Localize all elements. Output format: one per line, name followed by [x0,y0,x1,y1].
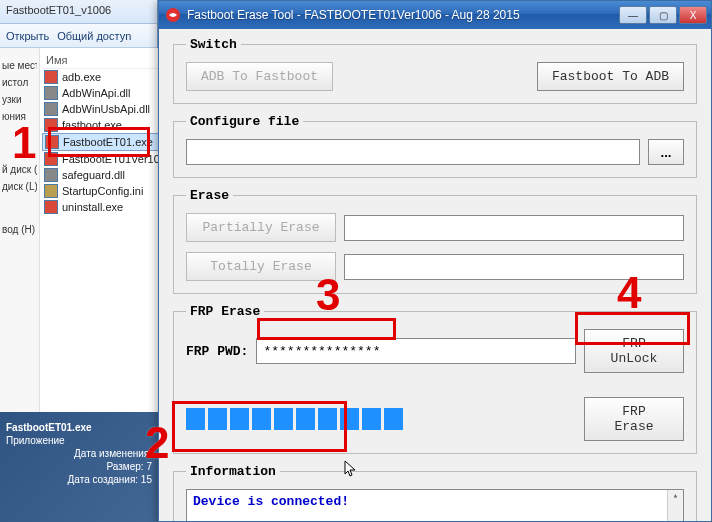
minimize-button[interactable]: — [619,6,647,24]
file-row[interactable]: adb.exe [42,69,174,85]
information-group: Information Device is connected! ▴▾ [173,464,697,521]
detail-created: Дата создания: 15 [6,474,152,485]
explorer-window: FastbootET01_v1006 Открыть Общий достуn … [0,0,158,522]
erase-legend: Erase [186,188,233,203]
frp-legend: FRP Erase [186,304,264,319]
partially-erase-button[interactable]: Partially Erase [186,213,336,242]
dll-icon [44,168,58,182]
fastboot-tool-window: Fastboot Erase Tool - FASTBOOTET01Ver100… [158,0,712,522]
detail-filename: FastbootET01.exe [6,422,152,433]
switch-legend: Switch [186,37,241,52]
maximize-button[interactable]: ▢ [649,6,677,24]
exe-icon [44,200,58,214]
configure-group: Configure file ... [173,114,697,178]
tool-titlebar[interactable]: Fastboot Erase Tool - FASTBOOTET01Ver100… [159,1,711,29]
detail-modified: Дата изменения: [6,448,152,459]
frp-erase-group: FRP Erase FRP PWD: FRP UnLock FRP Erase [173,304,697,454]
dll-icon [44,86,58,100]
nav-item[interactable]: узки [2,94,37,105]
file-row[interactable]: AdbWinApi.dll [42,85,174,101]
info-textarea[interactable]: Device is connected! ▴▾ [186,489,684,521]
nav-item[interactable]: юния [2,111,37,122]
nav-item[interactable]: ые места [2,60,37,71]
nav-item[interactable]: истол [2,77,37,88]
file-row[interactable]: AdbWinUsbApi.dll [42,101,174,117]
app-icon [165,7,181,23]
browse-button[interactable]: ... [648,139,684,165]
toolbar-open[interactable]: Открыть [6,30,49,42]
totally-erase-button[interactable]: Totally Erase [186,252,336,281]
frp-pwd-input[interactable] [256,338,576,364]
frp-progress [186,408,403,430]
exe-icon [44,152,58,166]
nav-item[interactable]: вод (H) [2,224,37,235]
file-row[interactable]: uninstall.exe [42,199,174,215]
adb-to-fastboot-button[interactable]: ADB To Fastboot [186,62,333,91]
erase-group: Erase Partially Erase Totally Erase [173,188,697,294]
totally-erase-input[interactable] [344,254,684,280]
file-row[interactable]: safeguard.dll [42,167,174,183]
configure-file-input[interactable] [186,139,640,165]
window-title: Fastboot Erase Tool - FASTBOOTET01Ver100… [187,8,619,22]
exe-icon [44,118,58,132]
dll-icon [44,102,58,116]
exe-icon [45,135,59,149]
partially-erase-input[interactable] [344,215,684,241]
detail-size: Размер: 7 [6,461,152,472]
frp-pwd-label: FRP PWD: [186,344,248,359]
frp-erase-button[interactable]: FRP Erase [584,397,684,441]
ini-icon [44,184,58,198]
explorer-toolbar: Открыть Общий достуn [0,24,157,48]
nav-item[interactable]: диск (L) [2,181,37,192]
file-row[interactable]: FastbootET01Ver1006 [42,151,174,167]
fastboot-to-adb-button[interactable]: Fastboot To ADB [537,62,684,91]
file-row-selected[interactable]: FastbootET01.exe [42,133,174,151]
info-text: Device is connected! [193,494,349,509]
files-header: Имя [42,52,174,69]
explorer-details-pane: FastbootET01.exe Приложение Дата изменен… [0,412,158,522]
toolbar-share[interactable]: Общий достуn [57,30,131,42]
file-row[interactable]: StartupConfig.ini [42,183,174,199]
file-row[interactable]: fastboot.exe [42,117,174,133]
exe-icon [44,70,58,84]
close-button[interactable]: X [679,6,707,24]
detail-type: Приложение [6,435,152,446]
switch-group: Switch ADB To Fastboot Fastboot To ADB [173,37,697,104]
scrollbar[interactable]: ▴▾ [667,490,683,521]
frp-unlock-button[interactable]: FRP UnLock [584,329,684,373]
explorer-titlebar: FastbootET01_v1006 [0,0,157,24]
configure-legend: Configure file [186,114,303,129]
nav-item[interactable]: й диск (C) [2,164,37,175]
info-legend: Information [186,464,280,479]
